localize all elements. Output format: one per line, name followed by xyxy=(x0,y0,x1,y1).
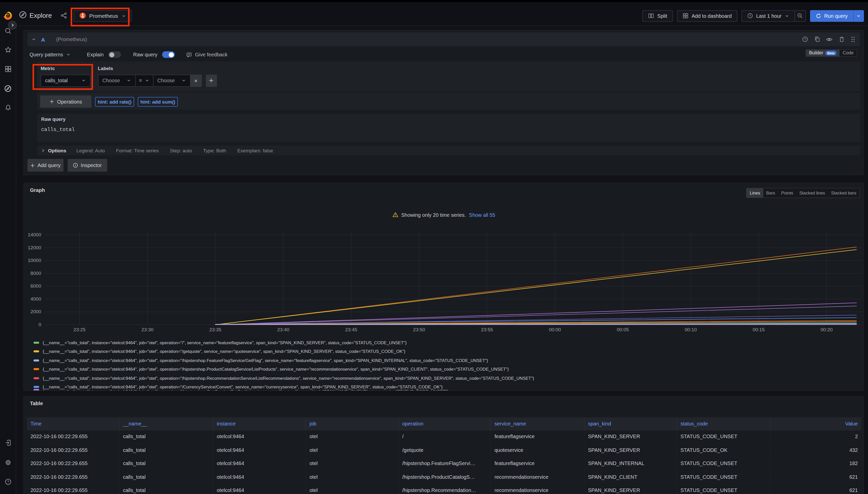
time-picker-button[interactable]: Last 1 hour xyxy=(741,10,794,22)
table-cell: SPAN_KIND_INTERNAL xyxy=(584,457,677,470)
column-header-Time[interactable]: Time xyxy=(27,417,120,430)
add-to-dashboard-label: Add to dashboard xyxy=(692,13,732,19)
table-cell: STATUS_CODE_UNSET xyxy=(677,457,770,470)
raw-query-toggle[interactable] xyxy=(162,51,175,58)
query-patterns-label: Query patterns xyxy=(30,52,63,57)
column-header-spankind[interactable]: span_kind xyxy=(584,417,677,430)
table-cell: 2022-10-16 00:22:29.655 xyxy=(27,484,120,494)
label-operator-select[interactable]: = xyxy=(135,74,153,87)
builder-code-switch: Builder Beta Code xyxy=(806,49,857,57)
label-value-select[interactable]: Choose xyxy=(153,74,190,87)
legend-item[interactable]: {__name__="calls_total", instance="otelc… xyxy=(34,365,509,374)
table-cell: SPAN_KIND_SERVER xyxy=(584,430,677,443)
sign-in-icon[interactable] xyxy=(0,439,16,446)
legend-item[interactable]: {__name__="calls_total", instance="otelc… xyxy=(34,356,488,365)
table-cell: 2022-10-16 00:22:29.655 xyxy=(27,444,120,456)
column-header-instance[interactable]: instance xyxy=(213,417,306,430)
show-all-link[interactable]: Show all 55 xyxy=(469,212,495,217)
eye-icon[interactable] xyxy=(826,36,833,43)
inspector-button[interactable]: Inspector xyxy=(67,159,107,172)
table-row[interactable]: 2022-10-16 00:22:29.655calls_totalotelco… xyxy=(27,471,862,483)
table-cell: featureflagservice xyxy=(491,430,584,443)
query-row-header[interactable]: A (Prometheus) ? xyxy=(28,33,860,46)
svg-text:23:40: 23:40 xyxy=(277,327,289,332)
table-row[interactable]: 2022-10-16 00:22:29.655calls_totalotelco… xyxy=(27,444,862,456)
legend-item[interactable]: {__name__="calls_total", instance="otelc… xyxy=(34,389,449,391)
options-label: Options xyxy=(48,148,66,153)
add-query-label: Add query xyxy=(37,163,60,168)
option-item: Step: auto xyxy=(170,148,192,153)
legend-item[interactable]: {__name__="calls_total", instance="otelc… xyxy=(34,338,406,347)
grafana-logo[interactable] xyxy=(3,11,13,20)
zoom-out-button[interactable] xyxy=(794,10,806,22)
label-key-value: Choose xyxy=(103,78,120,83)
table-cell: SPAN_KIND_SERVER xyxy=(584,484,677,494)
graph-mode-stacked-bars[interactable]: Stacked bars xyxy=(828,188,860,197)
table-cell: 621 xyxy=(770,471,862,483)
options-row[interactable]: Options Legend: AutoFormat: Time seriesS… xyxy=(37,146,860,155)
split-button[interactable]: Split xyxy=(643,10,673,22)
query-patterns-dropdown[interactable]: Query patterns xyxy=(30,52,71,57)
sidebar-expand-button[interactable] xyxy=(8,21,17,30)
svg-text:14000: 14000 xyxy=(28,232,41,238)
table-row[interactable]: 2022-10-16 00:22:29.655calls_totalotelco… xyxy=(27,457,862,470)
graph-mode-stacked-lines[interactable]: Stacked lines xyxy=(796,188,828,197)
table-cell: calls_total xyxy=(120,444,213,456)
table-cell: / xyxy=(399,430,491,443)
time-series-chart[interactable]: 0200040006000800010000120001400023:2523:… xyxy=(24,228,864,338)
starred-icon[interactable] xyxy=(0,46,16,53)
give-feedback-label[interactable]: Give feedback xyxy=(195,52,228,57)
drag-handle-icon[interactable] xyxy=(850,36,856,43)
graph-mode-bars[interactable]: Bars xyxy=(763,188,778,197)
copy-icon[interactable] xyxy=(814,36,820,43)
column-header-servicename[interactable]: service_name xyxy=(491,417,584,430)
legend-item[interactable]: {__name__="calls_total", instance="otelc… xyxy=(34,347,405,356)
column-header-Value[interactable]: Value xyxy=(770,417,862,430)
column-header-statuscode[interactable]: status_code xyxy=(677,417,770,430)
raw-query-title: Raw query xyxy=(41,116,66,122)
hint-add-rate-button[interactable]: hint: add rate() xyxy=(95,97,134,106)
table-cell: calls_total xyxy=(120,471,213,483)
help-circle-icon[interactable]: ? xyxy=(802,36,808,43)
code-tab[interactable]: Code xyxy=(839,50,856,56)
operations-label: Operations xyxy=(57,99,82,104)
column-header-operation[interactable]: operation xyxy=(399,417,491,430)
table-row[interactable]: 2022-10-16 00:22:29.655calls_totalotelco… xyxy=(27,484,862,494)
label-key-select[interactable]: Choose xyxy=(98,74,135,87)
svg-text:23:45: 23:45 xyxy=(345,327,357,332)
raw-query-label: Raw query xyxy=(133,52,158,57)
table-cell: 182 xyxy=(770,457,862,470)
add-label-filter-button[interactable] xyxy=(205,74,217,87)
explain-toggle[interactable] xyxy=(108,51,121,58)
table-cell: otelcol:9464 xyxy=(213,484,306,494)
collapse-chevron-icon[interactable] xyxy=(32,37,36,42)
run-query-button[interactable]: Run query xyxy=(810,10,853,22)
query-toolbar: Query patterns Explain Raw query Give fe… xyxy=(30,49,228,60)
add-query-button[interactable]: Add query xyxy=(27,159,63,172)
graph-mode-lines[interactable]: Lines xyxy=(747,188,763,197)
builder-tab[interactable]: Builder Beta xyxy=(806,50,839,56)
add-to-dashboard-button[interactable]: Add to dashboard xyxy=(677,10,737,22)
legend-color-marker xyxy=(34,359,39,361)
run-query-dropdown[interactable] xyxy=(853,10,864,22)
table-cell: 621 xyxy=(770,484,862,494)
remove-label-filter-button[interactable]: × xyxy=(190,74,201,87)
explore-nav-icon[interactable] xyxy=(0,85,16,92)
help-icon[interactable]: ? xyxy=(0,478,16,486)
dashboards-icon[interactable] xyxy=(0,65,16,73)
hint-add-sum-button[interactable]: hint: add sum() xyxy=(138,97,178,106)
column-header-name[interactable]: __name__ xyxy=(120,417,213,430)
column-header-job[interactable]: job xyxy=(306,417,399,430)
share-icon[interactable] xyxy=(60,12,67,19)
table-cell: /hipstershop.ProductCatalogS… xyxy=(399,471,491,483)
grafana-explore-page: Explore Prometheus Split xyxy=(0,0,868,494)
graph-mode-points[interactable]: Points xyxy=(778,188,796,197)
table-row[interactable]: 2022-10-16 00:22:29.655calls_totalotelco… xyxy=(27,430,862,443)
settings-gear-icon[interactable] xyxy=(0,459,16,466)
table-cell: STATUS_CODE_UNSET xyxy=(677,484,770,494)
trash-icon[interactable] xyxy=(838,36,845,43)
table-cell: STATUS_CODE_UNSET xyxy=(677,471,770,483)
alerting-bell-icon[interactable] xyxy=(0,103,16,111)
add-operation-button[interactable]: Operations xyxy=(40,96,91,108)
legend-item[interactable]: {__name__="calls_total", instance="otelc… xyxy=(34,374,534,383)
